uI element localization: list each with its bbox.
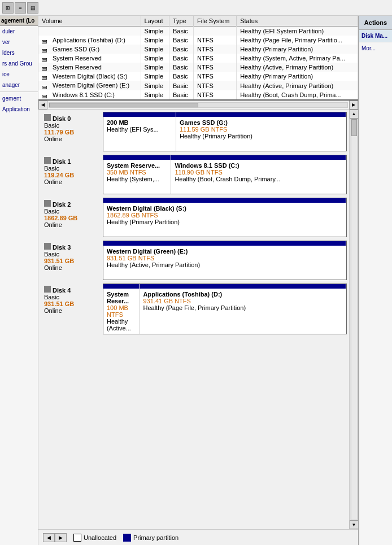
volume-icon: 🖴 [42, 65, 51, 71]
grid-icon[interactable]: ⊞ [2, 2, 14, 14]
scroll-track[interactable] [49, 102, 348, 108]
partition-health: Healthy (Primary Partition) [107, 219, 343, 225]
disk-row: Disk 1 Basic 119.24 GB Online System Res… [41, 155, 347, 194]
disk-row: Disk 2 Basic 1862.89 GB Online Western D… [41, 198, 347, 237]
col-volume[interactable]: Volume [38, 16, 141, 27]
disk-size: 119.24 GB [44, 172, 99, 178]
chart-icon[interactable]: ▤ [27, 2, 38, 14]
cell-layout: Simple [141, 90, 169, 99]
partition-block[interactable]: Windows 8.1 SSD (C:)118.90 GB NTFSHealth… [171, 160, 346, 194]
cell-layout: Simple [141, 63, 169, 72]
table-area: Volume Layout Type File System Status Si… [38, 16, 358, 101]
cell-volume: 🖴System Reserved [38, 54, 141, 63]
partition-block[interactable]: Western Digital (Green) (E:)931.51 GB NT… [103, 246, 346, 280]
unallocated-box [73, 534, 81, 542]
partition-size: 111.59 GB NTFS [180, 126, 343, 133]
scroll-track-v[interactable] [351, 119, 358, 520]
partition-size-value: 100 MB [107, 304, 128, 311]
scroll-left-arrow[interactable]: ◀ [38, 101, 47, 110]
table-row[interactable]: 🖴Western Digital (Black) (S:)SimpleBasic… [38, 72, 358, 81]
table-row[interactable]: 🖴System ReservedSimpleBasicNTFSHealthy (… [38, 54, 358, 63]
nav-left[interactable]: ◀ [43, 533, 55, 542]
sidebar-item-scheduler[interactable]: duler [0, 26, 38, 37]
cell-status: Healthy (Primary Partition) [237, 45, 358, 54]
sidebar-item-folders[interactable]: lders [0, 47, 38, 58]
cell-fs: NTFS [194, 81, 237, 90]
cell-status: Healthy (Primary Partition) [237, 72, 358, 81]
partition-block[interactable]: System Reser...100 MB NTFSHealthy (Activ… [103, 289, 140, 334]
disk-id: Disk 0 [44, 114, 99, 122]
scroll-right-arrow[interactable]: ▶ [349, 101, 358, 110]
scroll-thumb-v[interactable] [351, 119, 357, 136]
disk-status: Online [44, 264, 99, 271]
disk-type: Basic [44, 294, 99, 300]
partition-bar [103, 241, 346, 246]
partition-block[interactable]: Applications (Toshiba) (D:)931.41 GB NTF… [140, 289, 347, 334]
col-status[interactable]: Status [237, 16, 358, 27]
volume-icon: 🖴 [42, 47, 51, 53]
disk-size: 931.51 GB [44, 258, 99, 264]
table-row[interactable]: 🖴Applications (Toshiba) (D:)SimpleBasicN… [38, 36, 358, 45]
disk-type: Basic [44, 165, 99, 172]
primary-box [123, 534, 131, 542]
table-row[interactable]: 🖴Games SSD (G:)SimpleBasicNTFSHealthy (P… [38, 45, 358, 54]
cell-layout: Simple [141, 45, 169, 54]
scroll-down-arrow[interactable]: ▼ [350, 520, 359, 529]
partition-size-value: 350 MB [107, 169, 128, 176]
partition-block[interactable]: 200 MBHealthy (EFI Sys... [103, 117, 176, 151]
more-action[interactable]: Mor... [359, 42, 392, 54]
sidebar-item-users-groups[interactable]: rs and Grou [0, 58, 38, 69]
legend-unallocated: Unallocated [73, 534, 116, 542]
primary-label: Primary partition [133, 534, 178, 541]
vertical-scrollbar: ▲ ▼ [349, 110, 358, 529]
partition-size-value: 931.41 GB [143, 298, 173, 304]
cell-status: Healthy (Active, Primary Partition) [237, 81, 358, 90]
cell-volume: 🖴Western Digital (Green) (E:) [38, 81, 141, 90]
partition-block[interactable]: Games SSD (G:)111.59 GB NTFSHealthy (Pri… [176, 117, 346, 151]
volume-icon: 🖴 [42, 38, 51, 43]
disk-id: Disk 2 [44, 200, 99, 208]
table-row[interactable]: 🖴System ReservedSimpleBasicNTFSHealthy (… [38, 63, 358, 72]
cell-fs: NTFS [194, 72, 237, 81]
cell-type: Basic [169, 72, 193, 81]
col-type[interactable]: Type [169, 16, 193, 27]
disk-type: Basic [44, 251, 99, 258]
partition-size: 118.90 GB NTFS [175, 169, 343, 176]
partition-block[interactable]: Western Digital (Black) (S:)1862.89 GB N… [103, 203, 346, 237]
sidebar-item-manager[interactable]: anager [0, 80, 38, 90]
partition-size: 100 MB NTFS [107, 304, 136, 318]
disk-status: Online [44, 307, 99, 314]
disk-partitions: Western Digital (Black) (S:)1862.89 GB N… [103, 198, 347, 237]
nav-right[interactable]: ▶ [55, 533, 67, 542]
partition-block[interactable]: System Reserve...350 MB NTFSHealthy (Sys… [103, 160, 171, 194]
table-row[interactable]: 🖴Western Digital (Green) (E:)SimpleBasic… [38, 81, 358, 90]
col-filesystem[interactable]: File System [194, 16, 237, 27]
partition-content-row: System Reserve...350 MB NTFSHealthy (Sys… [103, 160, 346, 194]
scroll-up-arrow[interactable]: ▲ [350, 110, 359, 119]
nav-arrows: ◀ ▶ [43, 533, 67, 542]
horizontal-scrollbar[interactable]: ◀ ▶ [38, 101, 358, 110]
sidebar-item-application[interactable]: Application [0, 104, 38, 115]
cell-layout: Simple [141, 54, 169, 63]
disk-row: Disk 4 Basic 931.51 GB Online System Res… [41, 284, 347, 334]
table-row[interactable]: SimpleBasicHealthy (EFI System Partition… [38, 27, 358, 36]
partition-health: Healthy (Primary Partition) [180, 133, 343, 139]
partition-health: Healthy (Page File, Primary Partition) [143, 304, 343, 311]
partition-name: Windows 8.1 SSD (C:) [175, 162, 343, 169]
sidebar-item-device[interactable]: ice [0, 69, 38, 80]
partition-size: 931.41 GB NTFS [143, 298, 343, 304]
col-layout[interactable]: Layout [141, 16, 169, 27]
disk-manage-action[interactable]: Disk Ma... [359, 30, 392, 42]
cell-status: Healthy (System, Active, Primary Pa... [237, 54, 358, 63]
cell-fs: NTFS [194, 90, 237, 99]
table-row[interactable]: 🖴Windows 8.1 SSD (C:)SimpleBasicNTFSHeal… [38, 90, 358, 99]
partition-size-value: 1862.89 GB [107, 212, 140, 219]
cell-type: Basic [169, 27, 193, 36]
cell-status: Healthy (Boot, Crash Dump, Prima... [237, 90, 358, 99]
sidebar-item-server[interactable]: ver [0, 37, 38, 47]
sidebar-item-management[interactable]: gement [0, 93, 38, 104]
partition-health: Healthy (Active... [107, 318, 136, 332]
scroll-thumb[interactable] [49, 103, 198, 107]
disk-type: Basic [44, 208, 99, 215]
list-icon[interactable]: ≡ [15, 2, 26, 14]
